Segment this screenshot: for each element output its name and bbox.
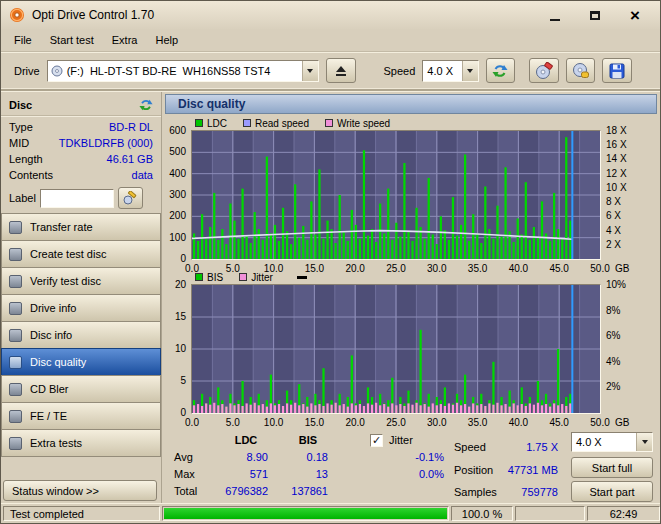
maximize-button[interactable] — [584, 6, 606, 24]
drive-info-icon — [9, 302, 22, 315]
tick-label: 5 — [162, 375, 186, 386]
disc-info-row: Length46.61 GB — [1, 151, 161, 167]
label-row: Label — [1, 183, 161, 214]
cd-bler-icon — [9, 383, 22, 396]
tick-label: 600 — [162, 125, 186, 136]
app-icon — [9, 7, 25, 23]
tick-label: 35.0 — [464, 417, 492, 428]
eject-button[interactable] — [326, 58, 356, 83]
legend-label: BIS — [207, 272, 223, 283]
disc-quality-panel: Disc quality LDCRead speedWrite speed 01… — [162, 92, 660, 503]
nav-label: Transfer rate — [30, 221, 93, 233]
tick-label: 20.0 — [341, 417, 369, 428]
speed-select-arrow[interactable] — [462, 61, 478, 81]
disc-section-title: Disc — [9, 99, 32, 111]
disc-info-list: TypeBD-R DLMIDTDKBLDRFB (000)Length46.61… — [1, 116, 161, 183]
jitter-checkbox[interactable]: ✓ — [370, 434, 383, 447]
sidebar-item-create-test-disc[interactable]: Create test disc — [1, 240, 161, 268]
status-window-toggle[interactable]: Status window >> — [3, 480, 157, 501]
info-value-mid: TDKBLDRFB (000) — [59, 137, 153, 149]
results-row-label-total: Total — [168, 483, 214, 500]
sidebar-item-verify-test-disc[interactable]: Verify test disc — [1, 267, 161, 295]
nav-label: Disc info — [30, 329, 72, 341]
legend-bis: BIS — [195, 272, 223, 283]
disc-label-input[interactable] — [40, 189, 114, 208]
minimize-button[interactable] — [544, 6, 566, 24]
tick-label: 8 X — [606, 196, 621, 207]
speed-select[interactable]: 4.0 X — [422, 60, 478, 82]
tick-label: 50.0 — [586, 263, 614, 274]
label-caption: Label — [9, 192, 36, 204]
info-label-type: Type — [9, 121, 33, 133]
sidebar-item-fe-te[interactable]: FE / TE — [1, 402, 161, 430]
info-label-contents: Contents — [9, 169, 53, 181]
tick-label: 8% — [606, 305, 620, 316]
drive-select-arrow[interactable] — [302, 61, 318, 81]
position-result-label: Position — [454, 464, 493, 476]
tick-label: 4% — [606, 356, 620, 367]
chart1-axis-left: 0100200300400500600 — [162, 130, 189, 258]
extra-tests-icon — [9, 437, 22, 450]
jitter-header: ✓Jitter — [338, 432, 456, 449]
chart1-plot — [192, 131, 600, 259]
info-value-contents[interactable]: data — [132, 169, 153, 181]
legend-swatch-jitter — [239, 273, 247, 281]
menu-file[interactable]: File — [5, 31, 41, 49]
sidebar-item-drive-info[interactable]: Drive info — [1, 294, 161, 322]
sidebar-item-extra-tests[interactable]: Extra tests — [1, 429, 161, 457]
results-total-bis: 137861 — [278, 483, 338, 500]
refresh-icon — [492, 63, 508, 79]
tick-label: 6% — [606, 330, 620, 341]
info-label-mid: MID — [9, 137, 29, 149]
disc-info-row: MIDTDKBLDRFB (000) — [1, 135, 161, 151]
menu-bar: FileStart testExtraHelp — [1, 29, 660, 51]
chart1-frame — [191, 130, 601, 260]
tick-label: 45.0 — [545, 417, 573, 428]
save-button[interactable] — [602, 58, 632, 83]
tick-label: 10.0 — [260, 417, 288, 428]
legend-label: Read speed — [255, 118, 309, 129]
menu-start-test[interactable]: Start test — [41, 31, 103, 49]
sidebar-item-transfer-rate[interactable]: Transfer rate — [1, 213, 161, 241]
menu-extra[interactable]: Extra — [103, 31, 147, 49]
sidebar-item-cd-bler[interactable]: CD Bler — [1, 375, 161, 403]
sidebar-item-disc-info[interactable]: Disc info — [1, 321, 161, 349]
position-result-value: 47731 MB — [508, 464, 558, 476]
status-message: Test completed — [3, 506, 160, 521]
tick-label: 6 X — [606, 210, 621, 221]
panel-title: Disc quality — [178, 97, 245, 111]
close-button[interactable]: × — [624, 6, 646, 24]
disc-tools-button[interactable] — [566, 58, 596, 83]
drive-select[interactable]: (F:) HL-DT-ST BD-RE WH16NS58 TST4 — [47, 60, 319, 82]
nav-label: Drive info — [30, 302, 76, 314]
erase-disc-icon — [535, 62, 553, 80]
disc-info-row: TypeBD-R DL — [1, 119, 161, 135]
disc-section-header: Disc — [1, 94, 161, 116]
results-avg-ldc: 8.90 — [214, 449, 278, 466]
test-speed-select-value: 4.0 X — [572, 436, 636, 448]
drive-label: Drive — [14, 65, 40, 77]
info-value-type: BD-R DL — [109, 121, 153, 133]
sidebar-item-disc-quality[interactable]: Disc quality — [1, 348, 161, 376]
test-speed-select[interactable]: 4.0 X — [571, 432, 653, 452]
chart2-frame — [191, 284, 601, 414]
start-full-button[interactable]: Start full — [571, 457, 653, 478]
test-speed-select-arrow[interactable] — [636, 433, 652, 451]
chart2-axis-right: 2%4%6%8%10% — [604, 284, 640, 412]
save-icon — [608, 62, 626, 80]
disc-info-row: Contentsdata — [1, 167, 161, 183]
statusbar-spacer — [515, 506, 585, 521]
ldc-bars — [193, 137, 572, 259]
legend-label: Write speed — [337, 118, 390, 129]
chart2-axis-left: 05101520 — [162, 284, 189, 412]
tick-label: 100 — [162, 232, 186, 243]
tick-label: 2 X — [606, 239, 621, 250]
erase-disc-button[interactable] — [529, 58, 559, 83]
start-part-button[interactable]: Start part — [571, 481, 653, 502]
tick-label: 14 X — [606, 153, 627, 164]
bis-bars — [193, 330, 572, 413]
menu-help[interactable]: Help — [146, 31, 187, 49]
write-label-button[interactable] — [118, 187, 143, 209]
rescan-disc-icon[interactable] — [139, 98, 153, 112]
refresh-speeds-button[interactable] — [486, 58, 516, 83]
